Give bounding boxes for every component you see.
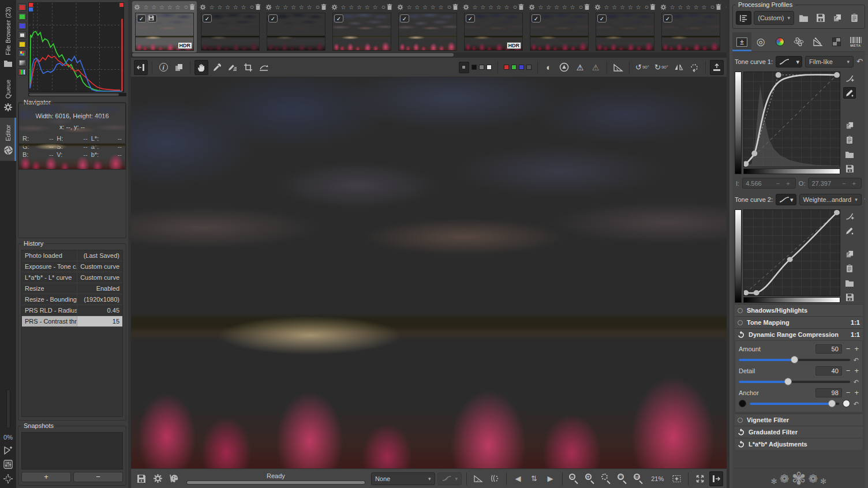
histogram-green-toggle[interactable] xyxy=(18,13,27,20)
tool-expander[interactable]: Dynamic Range Compression 1:1 xyxy=(735,328,863,340)
histogram-bar-toggle[interactable] xyxy=(18,68,27,76)
sync-filebrowser-button[interactable]: ⇅ xyxy=(527,471,541,486)
history-row[interactable]: Resize - Bounding... (1920x1080) xyxy=(22,294,122,305)
straighten-tool-button[interactable] xyxy=(257,60,271,75)
trash-icon[interactable] xyxy=(584,3,590,10)
rating-stars[interactable]: ☆ ☆ ☆ ☆ ☆ xyxy=(470,4,512,10)
curve-mode-2-dropdown[interactable]: Weighte...andard ▾ xyxy=(799,194,862,205)
decrement-button[interactable]: − xyxy=(846,346,851,352)
history-row[interactable]: PRS - Contrast thr... 15 xyxy=(22,316,122,327)
tool-expander[interactable]: Vignette Filter xyxy=(735,414,863,426)
history-row[interactable]: PRS RLD - Radius 0.45 xyxy=(22,305,122,316)
color-label-icon[interactable]: ○ xyxy=(184,4,188,10)
power-off-icon[interactable] xyxy=(738,308,743,313)
reset-icon[interactable]: ↶ xyxy=(854,357,859,363)
profile-gear-icon[interactable] xyxy=(265,4,272,10)
selected-check-icon[interactable]: ✓ xyxy=(137,14,146,22)
filmstrip-thumbnail[interactable]: ☆ ☆ ☆ ☆ ☆ ○ ✓ HDR xyxy=(132,1,197,52)
slider-value-field[interactable]: 50 xyxy=(815,344,842,354)
tab-raw[interactable] xyxy=(827,32,846,51)
color-label-icon[interactable]: ○ xyxy=(447,4,451,10)
rotate-left-button[interactable]: ↺90° xyxy=(634,60,651,75)
filmstrip-scrollbar[interactable] xyxy=(131,52,727,57)
hide-right-panel-button[interactable] xyxy=(709,471,723,486)
rating-stars[interactable]: ☆ ☆ ☆ ☆ ☆ xyxy=(339,4,380,10)
histogram-luminosity-toggle[interactable] xyxy=(18,31,27,39)
preview-blue-button[interactable] xyxy=(519,65,524,70)
tab-metadata[interactable]: META xyxy=(846,32,865,51)
color-label-icon[interactable]: ○ xyxy=(381,4,386,10)
output-value-spinner[interactable]: 27.397 − + xyxy=(808,178,862,189)
thumbnail-image[interactable]: ✓ HDR xyxy=(135,13,194,51)
power-off-icon[interactable] xyxy=(738,320,743,325)
history-row[interactable]: Resize Enabled xyxy=(22,283,122,294)
slider-knob[interactable] xyxy=(791,356,798,363)
histogram-mode-toggle[interactable] xyxy=(18,59,27,66)
reset-icon[interactable]: ↶ xyxy=(854,401,859,407)
shadow-clipping-icon[interactable]: ⚠ xyxy=(573,60,587,75)
history-row[interactable]: Photo loaded (Last Saved) xyxy=(22,250,122,261)
copy-curve-icon[interactable] xyxy=(843,248,856,260)
tool-expander[interactable]: Tone Mapping 1:1 xyxy=(735,316,863,328)
free-rotate-button[interactable] xyxy=(687,60,701,75)
rating-stars[interactable]: ☆ ☆ ☆ ☆ ☆ xyxy=(141,4,183,10)
tool-expander[interactable]: L*a*b* Adjustments xyxy=(735,438,863,450)
copy-profile-icon[interactable] xyxy=(830,11,845,25)
rotate-right-button[interactable]: ↻90° xyxy=(653,60,670,75)
power-on-icon[interactable] xyxy=(738,441,744,448)
save-curve-icon[interactable] xyxy=(843,291,856,303)
edit-external-button[interactable] xyxy=(167,471,181,486)
zoom-fit-crop-button[interactable]: ▢ xyxy=(615,471,629,486)
curve-mode-1-dropdown[interactable]: Film-like ▾ xyxy=(805,56,854,67)
edit-pencil-icon[interactable] xyxy=(843,87,856,99)
thumbnail-image[interactable]: ✓ HDR xyxy=(332,13,391,51)
filmstrip-thumbnail[interactable]: ☆ ☆ ☆ ☆ ☆ ○ ✓ HDR xyxy=(198,1,263,52)
filmstrip-thumbnail[interactable]: ☆ ☆ ☆ ☆ ☆ ○ ✓ HDR xyxy=(659,1,723,52)
paste-curve-icon[interactable] xyxy=(843,262,856,274)
navigator-thumbnail[interactable] xyxy=(18,103,126,170)
paste-curve-icon[interactable] xyxy=(843,134,856,145)
slider-value-field[interactable]: 98 xyxy=(815,388,842,397)
tab-detail[interactable]: ◎ xyxy=(751,32,770,51)
thumbnail-image[interactable]: ✓ HDR xyxy=(201,13,260,51)
image-canvas[interactable] xyxy=(131,77,727,468)
reset-icon[interactable]: ↶ xyxy=(854,379,859,385)
copy-curve-icon[interactable] xyxy=(843,119,856,131)
color-label-icon[interactable]: ○ xyxy=(710,4,714,10)
add-snapshot-button[interactable]: + xyxy=(21,472,71,482)
tab-editor[interactable]: Editor xyxy=(0,118,16,161)
hide-left-panel-button[interactable] xyxy=(134,60,148,75)
profile-gear-icon[interactable] xyxy=(331,4,338,10)
histogram-chromaticity-toggle[interactable] xyxy=(18,40,27,48)
zoom-fit-button[interactable] xyxy=(599,471,613,486)
power-on-icon[interactable] xyxy=(738,331,744,338)
snapshots-list[interactable] xyxy=(21,432,123,470)
power-off-icon[interactable] xyxy=(738,418,743,423)
color-label-icon[interactable]: ○ xyxy=(513,4,517,10)
hide-top-panel-button[interactable] xyxy=(710,60,724,75)
selected-check-icon[interactable]: ✓ xyxy=(532,14,541,22)
preview-green-button[interactable] xyxy=(511,65,517,70)
crop-tool-button[interactable] xyxy=(241,60,255,75)
monitor-profile-dropdown[interactable]: None ▾ xyxy=(371,472,435,485)
histogram-plot[interactable] xyxy=(28,2,124,92)
spin-buttons[interactable]: − + xyxy=(776,180,792,187)
trash-icon[interactable] xyxy=(716,3,721,10)
flip-button[interactable] xyxy=(672,60,686,75)
rendering-intent-dropdown[interactable]: ▾ xyxy=(437,472,462,485)
hand-tool-button[interactable] xyxy=(194,60,208,75)
crop-guide-icon[interactable] xyxy=(611,60,625,75)
rating-stars[interactable]: ☆ ☆ ☆ ☆ ☆ xyxy=(207,4,249,10)
rating-stars[interactable]: ☆ ☆ ☆ ☆ ☆ xyxy=(536,4,578,10)
profile-gear-icon[interactable] xyxy=(529,4,535,10)
history-row[interactable]: Exposure - Tone c... Custom curve xyxy=(22,261,122,272)
filmstrip-thumbnail[interactable]: ☆ ☆ ☆ ☆ ☆ ○ ✓ HDR xyxy=(330,1,394,52)
trash-icon[interactable] xyxy=(321,3,327,10)
before-after-toggle-icon[interactable] xyxy=(472,471,485,486)
fit-to-screen-icon[interactable] xyxy=(3,474,13,483)
tab-transform[interactable] xyxy=(808,32,827,51)
slider-track[interactable] xyxy=(739,381,850,383)
histogram-scrollbar[interactable] xyxy=(28,93,126,96)
thumbnail-image[interactable]: ✓ HDR xyxy=(661,13,720,51)
reset-icon[interactable]: ↶ xyxy=(865,197,865,202)
